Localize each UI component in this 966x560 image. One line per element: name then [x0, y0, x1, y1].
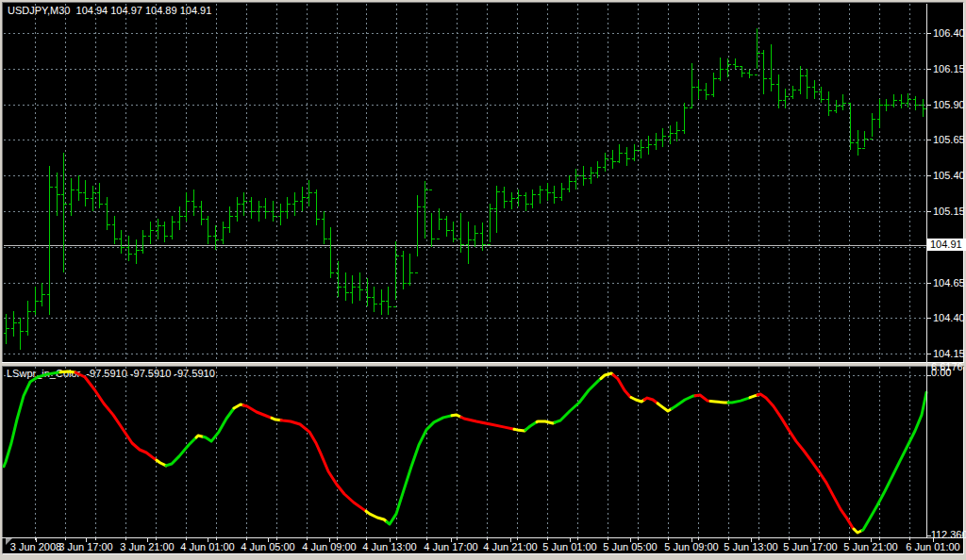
price-axis-label: 106.15 — [933, 63, 965, 75]
price-axis-label: 104.65 — [933, 277, 965, 289]
indicator-scale-min-label: -112.360 — [927, 529, 966, 541]
chart-canvas[interactable] — [0, 0, 966, 560]
indicator-line — [4, 371, 926, 533]
price-axis-label: 104.40 — [933, 312, 965, 324]
price-axis-label: 105.40 — [933, 170, 965, 182]
price-bars-series — [4, 28, 926, 349]
time-axis-label: 6 Jun 01:00 — [893, 541, 966, 553]
price-axis-label: 106.40 — [933, 27, 965, 40]
price-axis-label: 105.15 — [933, 206, 965, 218]
grid-lines — [4, 4, 926, 537]
indicator-scale-zero-label: 0.00 — [931, 367, 951, 379]
mt4-chart-window: USDJPY,M30 104.94 104.97 104.89 104.91 L… — [0, 0, 966, 560]
price-axis-label: 105.90 — [933, 99, 965, 111]
current-price-tag: 104.91 — [927, 239, 966, 251]
price-axis-label: 105.65 — [933, 134, 965, 146]
price-axis-label: 104.15 — [933, 348, 965, 360]
